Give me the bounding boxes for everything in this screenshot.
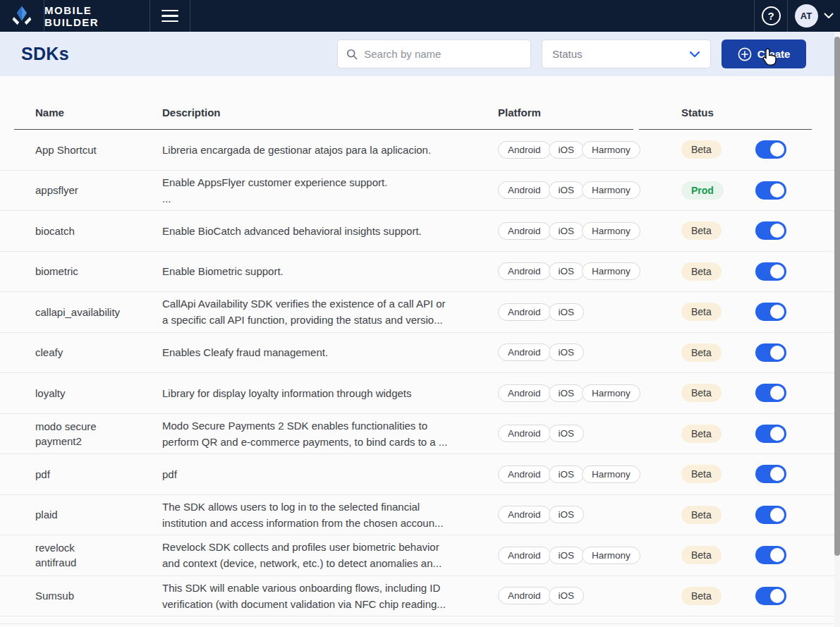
vertical-scrollbar[interactable] <box>834 32 840 627</box>
enable-toggle[interactable] <box>755 546 786 564</box>
sdk-name: pdf <box>35 467 141 482</box>
column-header-status: Status <box>681 106 755 130</box>
sdk-description: Enable BioCatch advanced behavioral insi… <box>162 223 498 239</box>
platform-chip: iOS <box>549 547 585 564</box>
platform-chip: Harmony <box>582 181 640 199</box>
search-input[interactable] <box>364 48 522 60</box>
platform-chip: Android <box>498 425 551 442</box>
enable-toggle[interactable] <box>755 587 786 605</box>
sdk-platforms: AndroidiOSHarmony <box>498 222 681 240</box>
toggle-knob <box>770 346 784 360</box>
brand-logo[interactable] <box>0 0 44 32</box>
sdk-name: modo secure payment2 <box>35 419 141 449</box>
status-badge: Beta <box>681 587 722 605</box>
sdk-name: App Shortcut <box>35 142 141 157</box>
enable-toggle[interactable] <box>755 384 786 402</box>
sdk-description: Modo Secure Payments 2 SDK enables funct… <box>162 418 498 450</box>
sdk-name: revelock antifraud <box>35 540 141 570</box>
enable-toggle[interactable] <box>755 506 786 524</box>
sdk-platforms: AndroidiOS <box>498 303 681 321</box>
platform-chip: iOS <box>549 384 585 402</box>
enable-toggle[interactable] <box>755 181 786 200</box>
status-badge: Beta <box>681 221 722 240</box>
platform-chip: iOS <box>549 465 585 483</box>
platform-chip: iOS <box>549 181 585 199</box>
platform-chip: Harmony <box>582 465 640 483</box>
table-header-row: Name Description Platform Status <box>0 76 840 130</box>
next-row-divider <box>0 616 840 624</box>
status-badge: Beta <box>681 425 722 443</box>
status-badge: Beta <box>681 465 722 483</box>
sdk-name: biocatch <box>35 224 141 238</box>
table-header-border <box>14 129 812 130</box>
sdk-platforms: AndroidiOSHarmony <box>498 547 681 564</box>
sdk-description: Enable AppsFlyer customer experience sup… <box>162 174 498 207</box>
table-row: App Shortcut Libreria encargada de gesti… <box>0 130 840 171</box>
platform-chip: Android <box>498 506 551 523</box>
sdk-name: loyalty <box>35 386 141 401</box>
sdk-name: cleafy <box>35 345 141 360</box>
create-button[interactable]: Create <box>722 39 806 68</box>
sdk-description: Enables Cleafy fraud management. <box>162 344 498 360</box>
sdk-name: plaid <box>35 507 141 522</box>
table-body: App Shortcut Libreria encargada de gesti… <box>0 130 840 616</box>
toggle-knob <box>770 224 784 238</box>
table-row: appsflyer Enable AppsFlyer customer expe… <box>0 171 840 212</box>
platform-chip: Android <box>498 587 551 604</box>
sdk-name: Sumsub <box>35 588 141 603</box>
toggle-knob <box>770 589 784 603</box>
platform-chip: iOS <box>549 587 585 604</box>
avatar: AT <box>795 4 818 28</box>
sdk-description: pdf <box>162 466 498 482</box>
account-menu[interactable]: AT <box>788 0 840 32</box>
toggle-knob <box>770 183 784 197</box>
chevron-down-icon <box>824 13 834 19</box>
toggle-knob <box>770 467 784 481</box>
column-header-description: Description <box>162 106 498 130</box>
table-row: modo secure payment2 Modo Secure Payment… <box>0 414 840 455</box>
sdk-platforms: AndroidiOSHarmony <box>498 465 681 483</box>
sdk-description: Library for display loyalty information … <box>162 385 498 401</box>
enable-toggle[interactable] <box>755 425 786 443</box>
scrollbar-thumb[interactable] <box>834 37 840 556</box>
top-navigation-bar: MOBILE BUILDER ? AT <box>0 0 840 32</box>
enable-toggle[interactable] <box>755 343 786 362</box>
platform-chip: iOS <box>549 141 585 159</box>
column-header-name: Name <box>35 106 162 130</box>
platform-chip: Android <box>498 465 551 483</box>
status-badge: Beta <box>681 384 722 402</box>
platform-chip: Harmony <box>582 262 640 280</box>
enable-toggle[interactable] <box>755 140 786 159</box>
platform-chip: iOS <box>549 425 585 442</box>
table-row: pdf pdf AndroidiOSHarmony Beta <box>0 454 840 495</box>
enable-toggle[interactable] <box>755 262 786 281</box>
chevron-down-icon <box>689 51 700 58</box>
menu-button[interactable] <box>150 0 190 32</box>
sdk-description: The SDK allows users to log in to the se… <box>162 499 498 531</box>
status-badge: Prod <box>681 181 724 200</box>
table-row: biocatch Enable BioCatch advanced behavi… <box>0 211 840 252</box>
table-row: biometric Enable Biometric support. Andr… <box>0 252 840 293</box>
table-row: revelock antifraud Revelock SDK collects… <box>0 535 840 576</box>
column-header-toggle <box>755 118 812 130</box>
status-badge: Beta <box>681 262 722 281</box>
platform-chip: iOS <box>549 506 585 523</box>
enable-toggle[interactable] <box>755 303 786 321</box>
status-badge: Beta <box>681 303 722 321</box>
status-badge: Beta <box>681 140 722 159</box>
platform-chip: Android <box>498 303 551 321</box>
status-filter-label: Status <box>552 48 583 60</box>
table-row: Sumsub This SDK will enable various onbo… <box>0 576 840 617</box>
help-button[interactable]: ? <box>755 0 787 32</box>
table-row: loyalty Library for display loyalty info… <box>0 373 840 414</box>
platform-chip: Android <box>498 262 551 280</box>
sdk-description: Libreria encargada de gestionar atajos p… <box>162 142 498 158</box>
sdk-platforms: AndroidiOS <box>498 587 681 604</box>
enable-toggle[interactable] <box>755 221 786 240</box>
toggle-knob <box>770 548 784 562</box>
enable-toggle[interactable] <box>755 465 786 483</box>
create-button-label: Create <box>757 48 791 60</box>
toggle-knob <box>770 508 784 522</box>
platform-chip: Android <box>498 547 551 564</box>
status-filter-select[interactable]: Status <box>542 39 711 68</box>
